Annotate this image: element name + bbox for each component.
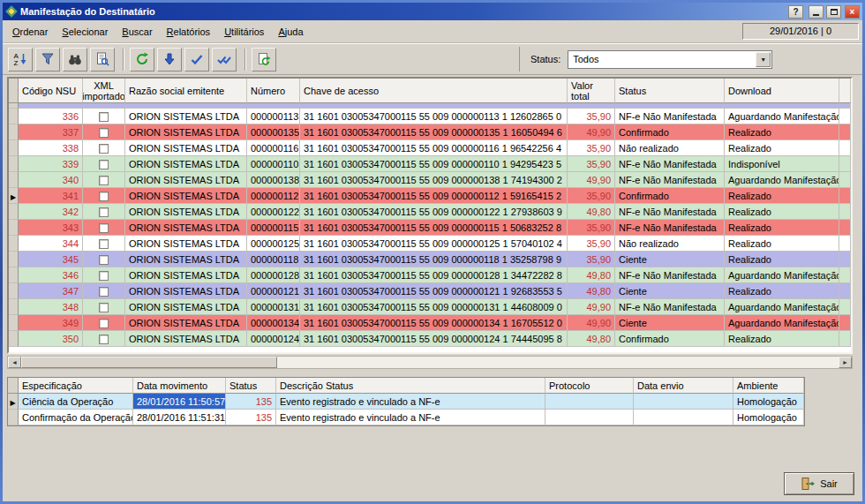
grid-row[interactable]: 342ORION SISTEMAS LTDA00000012231 1601 0… (9, 204, 851, 220)
cell-valor-total: 35,90 (568, 236, 615, 252)
menu-utilitarios[interactable]: Utilitários (217, 23, 271, 41)
xml-importado-checkbox[interactable] (99, 271, 109, 281)
grid-row[interactable]: 350ORION SISTEMAS LTDA00000012431 1601 0… (9, 331, 851, 347)
download-icon (162, 52, 177, 66)
cell-partial-column (839, 124, 851, 140)
status-filter-panel: Status: Todos ▼ (519, 47, 858, 71)
xml-importado-checkbox[interactable] (99, 287, 109, 297)
column-header-4[interactable]: Número (247, 79, 300, 103)
xml-importado-checkbox[interactable] (99, 176, 109, 185)
grid-row[interactable]: 343ORION SISTEMAS LTDA00000011531 1601 0… (9, 220, 851, 236)
xml-importado-checkbox[interactable] (99, 255, 109, 265)
xml-importado-checkbox[interactable] (99, 128, 109, 138)
grid-row[interactable]: 338ORION SISTEMAS LTDA00000011631 1601 0… (9, 140, 851, 156)
scroll-left-button[interactable]: ◄ (8, 357, 21, 368)
column-header-5[interactable]: Chave de acesso (300, 79, 568, 103)
detail-grid: EspecificaçãoData movimentoStatusDescriç… (7, 377, 805, 426)
refresh-button[interactable] (130, 48, 154, 71)
cell-descricao-status: Evento registrado e vinculado a NF-e (276, 410, 545, 425)
minimize-button[interactable] (809, 5, 824, 19)
hscroll-thumb[interactable] (21, 357, 277, 368)
grid-row[interactable]: 336ORION SISTEMAS LTDA00000011331 1601 0… (9, 109, 851, 124)
cell-xml-importado (83, 220, 125, 236)
grid-row[interactable]: 337ORION SISTEMAS LTDA00000013531 1601 0… (9, 124, 851, 140)
help-button[interactable]: ? (788, 5, 803, 19)
column-header-8[interactable]: Download (725, 79, 839, 103)
grid-row[interactable]: 349ORION SISTEMAS LTDA00000013431 1601 0… (9, 315, 851, 331)
report-preview-button[interactable] (90, 48, 115, 71)
reprocess-button[interactable] (252, 48, 276, 71)
combo-dropdown-button[interactable]: ▼ (756, 52, 771, 67)
menu-relatorios[interactable]: Relatórios (160, 23, 218, 41)
menu-ordenar[interactable]: Ordenar (5, 23, 55, 41)
grid-row[interactable]: ▶341ORION SISTEMAS LTDA00000011231 1601 … (9, 188, 851, 204)
menu-selecionar[interactable]: Selecionar (55, 23, 115, 41)
status-label: Status: (530, 54, 560, 64)
cell-numero: 000000125 (247, 236, 300, 252)
detail-row[interactable]: Confirmação da Operação28/01/2016 11:51:… (8, 410, 804, 425)
cell-numero: 000000110 (247, 156, 300, 172)
cell-valor-total: 35,90 (568, 140, 615, 156)
detail-row[interactable]: ▶Ciência da Operação28/01/2016 11:50:571… (8, 394, 804, 410)
xml-importado-checkbox[interactable] (99, 112, 109, 122)
cell-partial-column (839, 267, 851, 283)
confirm-all-button[interactable] (212, 48, 237, 71)
xml-importado-checkbox[interactable] (99, 223, 109, 233)
column-header-1[interactable]: Código NSU (19, 79, 83, 103)
xml-importado-checkbox[interactable] (99, 303, 109, 312)
xml-importado-checkbox[interactable] (99, 160, 109, 169)
column-header-3[interactable]: Razão social emitente (125, 79, 247, 103)
xml-importado-checkbox[interactable] (99, 207, 109, 217)
app-window: Manifestação do Destinatário ? × Ordenar… (0, 0, 865, 504)
grid-row[interactable]: 347ORION SISTEMAS LTDA00000012131 1601 0… (9, 283, 851, 299)
exit-button[interactable]: Sair (784, 472, 854, 495)
maximize-button[interactable] (826, 5, 841, 19)
find-button[interactable] (63, 48, 87, 71)
main-grid-header: Código NSUXML importadoRazão social emit… (9, 79, 851, 103)
hscroll-track[interactable] (277, 357, 839, 368)
titlebar[interactable]: Manifestação do Destinatário ? × (3, 3, 862, 20)
scroll-right-button[interactable]: ► (839, 357, 852, 368)
xml-importado-checkbox[interactable] (99, 144, 109, 154)
row-marker-cell (9, 283, 19, 299)
row-marker-cell (9, 220, 19, 236)
cell-emitente: ORION SISTEMAS LTDA (125, 252, 247, 267)
menu-buscar[interactable]: Buscar (115, 23, 159, 41)
horizontal-scrollbar[interactable]: ◄ ► (7, 356, 853, 369)
column-header-7[interactable]: Status (615, 79, 725, 103)
xml-importado-checkbox[interactable] (99, 319, 109, 328)
grid-row[interactable]: 348ORION SISTEMAS LTDA00000013131 1601 0… (9, 299, 851, 315)
cell-numero: 000000113 (247, 109, 300, 124)
xml-importado-checkbox[interactable] (99, 335, 109, 344)
confirm-button[interactable] (184, 48, 209, 71)
detail-grid-corner-cell (8, 378, 19, 394)
cell-numero: 000000128 (247, 267, 300, 283)
grid-row[interactable]: 345ORION SISTEMAS LTDA00000011831 1601 0… (9, 252, 851, 267)
xml-importado-checkbox[interactable] (99, 239, 109, 249)
grid-row[interactable]: 339ORION SISTEMAS LTDA00000011031 1601 0… (9, 156, 851, 172)
cell-codigo-nsu: 338 (19, 140, 83, 156)
cell-xml-importado (83, 299, 125, 315)
toolbar: A Z (3, 43, 862, 75)
cell-codigo-nsu: 342 (19, 204, 83, 220)
row-marker-icon: ▶ (10, 399, 15, 407)
download-nfe-button[interactable] (157, 48, 182, 71)
menu-ajuda[interactable]: Ajuda (271, 23, 310, 41)
cell-xml-importado (83, 331, 125, 347)
filter-button[interactable] (35, 48, 60, 71)
close-button[interactable]: × (845, 5, 860, 19)
grid-row[interactable]: 346ORION SISTEMAS LTDA00000012831 1601 0… (9, 267, 851, 283)
grid-row[interactable]: 340ORION SISTEMAS LTDA00000013831 1601 0… (9, 172, 851, 188)
status-combobox[interactable]: Todos ▼ (568, 50, 772, 69)
cell-valor-total: 35,90 (568, 109, 615, 124)
cell-valor-total: 35,90 (568, 220, 615, 236)
column-header-6[interactable]: Valor total (568, 79, 615, 103)
xml-importado-checkbox[interactable] (99, 192, 109, 201)
sort-button[interactable]: A Z (8, 48, 33, 71)
row-marker-cell (9, 267, 19, 283)
cell-partial-column (839, 236, 851, 252)
column-header-2[interactable]: XML importado (83, 79, 125, 103)
grid-row[interactable]: 344ORION SISTEMAS LTDA00000012531 1601 0… (9, 236, 851, 252)
cell-chave-de-acesso: 31 1601 03005347000115 55 009 000000131 … (300, 299, 568, 315)
exit-button-label: Sair (820, 478, 838, 489)
